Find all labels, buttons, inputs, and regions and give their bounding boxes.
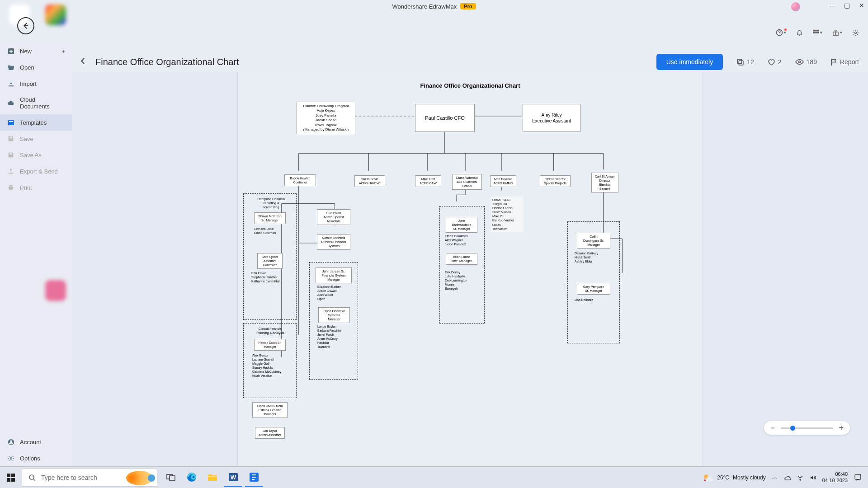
org-node: Sara SpicerAssistantController <box>257 253 283 269</box>
sidebar-item-export: Export & Send <box>0 163 72 179</box>
zoom-control: − + <box>764 421 850 435</box>
apps-icon[interactable]: ▾ <box>813 29 822 36</box>
report-button[interactable]: Report <box>830 58 859 66</box>
org-node: Diana WitowskiACFO MedicalSchool <box>452 174 482 190</box>
taskbar-app-explorer[interactable] <box>203 469 222 487</box>
sidebar-item-cloud[interactable]: Cloud Documents <box>0 92 72 114</box>
org-node: Bobby HewlettController <box>284 174 316 186</box>
taskbar-app-edge[interactable] <box>183 469 201 487</box>
org-staff: Erik DennyJulle HardestyDeb LenningtonMu… <box>445 270 467 291</box>
save-as-icon <box>7 151 14 159</box>
zoom-in-button[interactable]: + <box>839 423 844 433</box>
sidebar-item-account[interactable]: Account <box>0 434 72 450</box>
org-staff: Desmon EmburyHieldl SmithAshley Elder <box>575 251 598 263</box>
svg-rect-16 <box>737 59 742 64</box>
app-title: Wondershare EdrawMax <box>392 3 457 10</box>
window-controls: — ▢ ✕ <box>829 2 864 9</box>
sidebar-item-label: Save As <box>20 152 42 159</box>
add-new-icon[interactable]: + <box>61 48 65 55</box>
sidebar-item-import[interactable]: Import <box>0 75 72 92</box>
svg-rect-6 <box>817 32 819 33</box>
org-staff: Elizabeth BarberAlison OswaldAlan WoodOp… <box>317 285 341 301</box>
report-label: Report <box>840 58 859 66</box>
task-view-button[interactable] <box>162 469 180 487</box>
back-circle-button[interactable] <box>17 17 34 34</box>
taskbar-search[interactable] <box>22 469 157 487</box>
org-node: Sherri BoyleACFO UH/CVC <box>354 175 385 187</box>
svg-rect-5 <box>815 32 817 33</box>
sidebar-item-new[interactable]: New + <box>0 43 72 59</box>
org-node: Shawn McintoshSr. Manager <box>254 212 286 224</box>
svg-rect-1 <box>813 30 815 32</box>
svg-rect-58 <box>855 474 861 479</box>
maximize-button[interactable]: ▢ <box>844 2 850 9</box>
taskbar-apps: W <box>162 469 263 487</box>
bell-icon[interactable] <box>796 29 803 36</box>
print-icon <box>7 184 14 191</box>
taskbar-app-edrawmax[interactable] <box>245 469 263 487</box>
header-back-button[interactable] <box>79 57 87 67</box>
sidebar-item-templates[interactable]: Templates <box>0 114 72 131</box>
tray-volume-icon[interactable] <box>810 474 816 481</box>
org-node: Amy RileyExecutive Assistant <box>523 104 580 132</box>
org-staff: Lance BoylanBarbara FacchiniJanet FutchA… <box>317 324 341 349</box>
stat-copies[interactable]: 12 <box>736 58 754 66</box>
folder-open-icon <box>7 64 14 71</box>
close-button[interactable]: ✕ <box>859 2 864 9</box>
top-icon-row: ▾ ▾ ▾ <box>776 29 859 36</box>
sidebar: New + Open Import Cloud Documents Templa… <box>0 43 72 466</box>
svg-rect-49 <box>170 476 175 480</box>
org-node: JohnBarlmscombeSr. Manager <box>446 217 477 233</box>
settings-icon[interactable] <box>852 29 859 36</box>
svg-rect-15 <box>739 61 744 65</box>
tray-chevron-icon[interactable]: ︿ <box>772 474 778 481</box>
svg-point-47 <box>29 475 34 479</box>
svg-rect-43 <box>7 474 10 477</box>
org-node: Gary PempushSr. Manager <box>577 283 610 295</box>
org-node: Natalie UnderhillDirector/FinancialSyste… <box>317 234 350 250</box>
sidebar-item-label: Open <box>20 64 34 71</box>
org-node: Open UMHS RealEstate& LeasingManager <box>252 402 288 418</box>
stat-views-value: 189 <box>807 58 817 66</box>
tray-notifications-icon[interactable] <box>854 474 862 481</box>
help-icon[interactable]: ▾ <box>776 29 786 36</box>
canvas-paper: Finance Office Organizational Chart <box>237 72 703 466</box>
clock-time: 06:40 <box>822 471 848 477</box>
template-icon <box>7 119 14 126</box>
sidebar-item-options[interactable]: Options <box>0 450 72 466</box>
gift-icon[interactable]: ▾ <box>832 29 842 36</box>
svg-point-56 <box>704 479 706 481</box>
svg-point-13 <box>10 440 12 442</box>
tray-clock[interactable]: 06:40 04-10-2023 <box>822 471 848 483</box>
zoom-slider[interactable] <box>781 427 834 429</box>
org-header: Enterprise FinancialReporting &Forecasti… <box>250 197 291 209</box>
org-node: Open FinancialSystemsManager <box>318 307 350 323</box>
svg-point-14 <box>10 457 12 459</box>
user-avatar[interactable] <box>791 2 800 11</box>
taskbar: W 26°C Mostly cloudy ︿ 06:40 04-10-2023 <box>0 466 868 488</box>
org-staff: Alex BercuLatham GravattMaggie GuthStace… <box>252 353 281 378</box>
minimize-button[interactable]: — <box>829 2 835 9</box>
system-tray: 26°C Mostly cloudy ︿ 06:40 04-10-2023 <box>703 471 868 483</box>
search-icon <box>28 474 36 481</box>
sidebar-item-save: Save <box>0 131 72 147</box>
taskbar-app-word[interactable]: W <box>224 469 242 487</box>
start-button[interactable] <box>0 467 22 488</box>
use-immediately-button[interactable]: Use immediately <box>656 54 723 70</box>
svg-rect-2 <box>815 30 817 32</box>
svg-rect-4 <box>813 32 815 33</box>
sidebar-item-open[interactable]: Open <box>0 59 72 75</box>
stat-likes[interactable]: 2 <box>768 58 782 66</box>
tray-wifi-icon[interactable] <box>797 474 803 481</box>
content-header: Finance Office Organizational Chart Use … <box>79 51 859 73</box>
page-title: Finance Office Organizational Chart <box>95 57 239 67</box>
download-icon <box>7 80 14 87</box>
zoom-out-button[interactable]: − <box>770 423 775 433</box>
org-staff: Chelsea DibleDiana Coloman <box>254 227 276 235</box>
stat-likes-value: 2 <box>778 58 782 66</box>
sidebar-item-label: Print <box>20 184 32 191</box>
weather-desc: Mostly cloudy <box>733 474 766 481</box>
canvas-viewport[interactable]: Finance Office Organizational Chart <box>72 72 868 466</box>
tray-onedrive-icon[interactable] <box>784 474 791 481</box>
weather-widget[interactable]: 26°C Mostly cloudy <box>703 473 766 482</box>
